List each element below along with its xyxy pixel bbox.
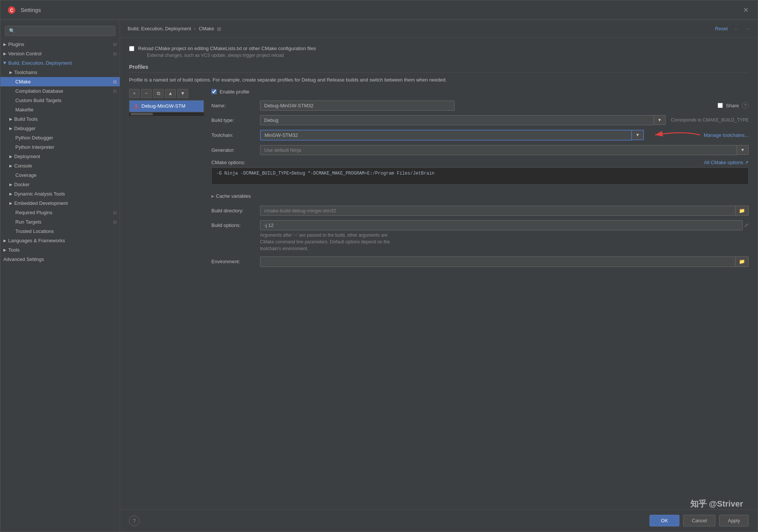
build-directory-input[interactable] [260, 206, 736, 216]
sidebar-item-python-interpreter[interactable]: Python Interpreter [0, 142, 120, 152]
sidebar-item-build-exec-deploy[interactable]: ▶ Build, Execution, Deployment [0, 58, 120, 68]
profiles-toolbar: + − ⧉ ▲ ▼ [129, 89, 204, 98]
move-up-profile-button[interactable]: ▲ [165, 89, 176, 98]
close-button[interactable]: ✕ [740, 4, 752, 16]
cmake-options-link[interactable]: All CMake options ↗ [704, 160, 749, 165]
search-input[interactable] [5, 26, 115, 36]
profiles-scrollbar-thumb[interactable] [131, 113, 153, 115]
generator-arrow-button[interactable]: ▼ [737, 145, 749, 155]
sidebar-item-run-targets[interactable]: Run Targets ▤ [0, 217, 120, 227]
sidebar-item-compilation-db[interactable]: Compilation Database ▤ [0, 86, 120, 96]
sidebar-item-cmake[interactable]: CMake ▤ [0, 77, 120, 86]
console-arrow-icon: ▶ [9, 164, 12, 168]
apply-button[interactable]: Apply [719, 515, 749, 526]
cmake-sync-icon: ▤ [113, 79, 117, 84]
sidebar-item-version-control[interactable]: ▶ Version Control ▤ [0, 49, 120, 58]
build-directory-browse-button[interactable]: 📁 [736, 206, 749, 216]
app-icon: C [6, 5, 17, 15]
ok-button[interactable]: OK [650, 515, 679, 526]
build-type-label: Build type: [211, 117, 260, 123]
sidebar-item-tools[interactable]: ▶ Tools [0, 245, 120, 255]
sidebar-item-coverage[interactable]: Coverage [0, 170, 120, 180]
sidebar-item-custom-build[interactable]: Custom Build Targets [0, 96, 120, 105]
sidebar-item-docker[interactable]: ▶ Docker [0, 180, 120, 189]
add-profile-button[interactable]: + [129, 89, 140, 98]
environment-input-wrap: 📁 [260, 256, 749, 267]
build-directory-label: Build directory: [211, 208, 260, 213]
embedded-dev-label: Embedded Development [14, 200, 68, 206]
coverage-label: Coverage [15, 172, 36, 178]
sidebar-item-required-plugins[interactable]: Required Plugins ▤ [0, 208, 120, 217]
build-tools-label: Build Tools [14, 116, 38, 122]
build-type-select[interactable]: Debug Release RelWithDebInfo MinSizeRel [260, 115, 654, 125]
profiles-list-panel: + − ⧉ ▲ ▼ [129, 89, 204, 116]
cmake-options-header: CMake options: All CMake options ↗ [211, 160, 749, 165]
sidebar-item-toolchains[interactable]: ▶ Toolchains [0, 68, 120, 77]
enable-profile-checkbox[interactable] [211, 89, 217, 94]
docker-label: Docker [14, 182, 30, 187]
manage-toolchains-link[interactable]: Manage toolchains... [704, 132, 749, 138]
sidebar-item-embedded-dev[interactable]: ▶ Embedded Development [0, 199, 120, 208]
build-options-expand-button[interactable]: ⤢ [744, 222, 749, 228]
back-button[interactable]: ← [734, 26, 739, 32]
share-label: Share [726, 103, 739, 108]
sidebar-item-trusted-locations[interactable]: Trusted Locations [0, 227, 120, 236]
remove-profile-button[interactable]: − [141, 89, 152, 98]
name-input[interactable] [260, 101, 455, 111]
cmake-profile-icon [133, 103, 139, 109]
sidebar-item-languages-frameworks[interactable]: ▶ Languages & Frameworks [0, 236, 120, 245]
toolchain-arrow-button[interactable]: ▼ [632, 130, 644, 140]
trusted-locations-label: Trusted Locations [15, 228, 54, 234]
sidebar-item-debugger[interactable]: ▶ Debugger [0, 124, 120, 133]
forward-button[interactable]: → [745, 26, 750, 32]
name-label: Name: [211, 103, 260, 108]
profiles-scrollbar[interactable] [129, 112, 204, 116]
sidebar-item-build-tools[interactable]: ▶ Build Tools [0, 114, 120, 124]
sidebar-item-advanced-settings[interactable]: Advanced Settings [0, 255, 120, 264]
sidebar-item-deployment[interactable]: ▶ Deployment [0, 152, 120, 161]
toolchain-select[interactable]: MinGW-STM32 [260, 130, 632, 141]
main-panel: Build, Execution, Deployment › CMake ▤ R… [120, 20, 758, 532]
cancel-button[interactable]: Cancel [683, 515, 715, 526]
profiles-section-title: Profiles [129, 64, 749, 73]
sidebar-item-plugins[interactable]: ▶ Plugins ▤ [0, 40, 120, 49]
generator-label: Generator: [211, 147, 260, 153]
sidebar-item-dynamic-analysis[interactable]: ▶ Dynamic Analysis Tools [0, 189, 120, 199]
cache-variables-label: Cache variables [216, 193, 251, 199]
breadcrumb-parent: Build, Execution, Deployment [128, 26, 191, 31]
dynamic-analysis-arrow-icon: ▶ [9, 192, 12, 196]
profile-list-item[interactable]: Debug-MinGW-STM [129, 101, 204, 112]
environment-browse-button[interactable]: 📁 [736, 256, 749, 267]
cache-variables-toggle[interactable]: ▶ Cache variables [211, 191, 749, 201]
sidebar-item-python-debugger[interactable]: Python Debugger [0, 133, 120, 142]
compilation-db-sync-icon: ▤ [113, 89, 117, 93]
embedded-dev-arrow-icon: ▶ [9, 201, 12, 205]
environment-input[interactable] [260, 256, 736, 267]
version-control-sync-icon: ▤ [113, 51, 117, 56]
tools-arrow-icon: ▶ [3, 248, 6, 252]
sidebar: ▶ Plugins ▤ ▶ Version Control ▤ ▶ Build,… [0, 20, 120, 532]
svg-text:C: C [10, 8, 13, 13]
build-options-input-wrap: ⤢ Arguments after '--' are passed to the… [260, 220, 749, 252]
reset-button[interactable]: Reset [715, 26, 728, 31]
move-down-profile-button[interactable]: ▼ [177, 89, 188, 98]
cmake-options-input-wrap [211, 167, 749, 186]
build-options-input[interactable] [260, 220, 743, 230]
breadcrumb-bar: Build, Execution, Deployment › CMake ▤ R… [120, 20, 758, 38]
reload-cmake-checkbox[interactable] [129, 46, 134, 51]
sidebar-item-makefile[interactable]: Makefile [0, 105, 120, 114]
cmake-options-input[interactable] [211, 167, 749, 185]
enable-profile-row: Enable profile [211, 89, 749, 95]
build-type-arrow-button[interactable]: ▼ [654, 115, 666, 125]
content-area: ▶ Plugins ▤ ▶ Version Control ▤ ▶ Build,… [0, 20, 758, 532]
share-checkbox[interactable] [718, 103, 723, 108]
sidebar-item-console[interactable]: ▶ Console [0, 161, 120, 170]
copy-profile-button[interactable]: ⧉ [153, 89, 163, 98]
name-form-row: Name: document.querySelector('[data-name… [211, 101, 749, 111]
generator-select[interactable]: Use default Ninja [260, 145, 737, 155]
help-button[interactable]: ? [129, 516, 140, 526]
cache-variables-arrow-icon: ▶ [211, 194, 214, 198]
reload-cmake-label: Reload CMake project on editing CMakeLis… [138, 45, 316, 52]
share-help-icon[interactable]: ? [742, 102, 749, 109]
build-type-hint: Corresponds to CMAKE_BUILD_TYPE [671, 117, 749, 123]
